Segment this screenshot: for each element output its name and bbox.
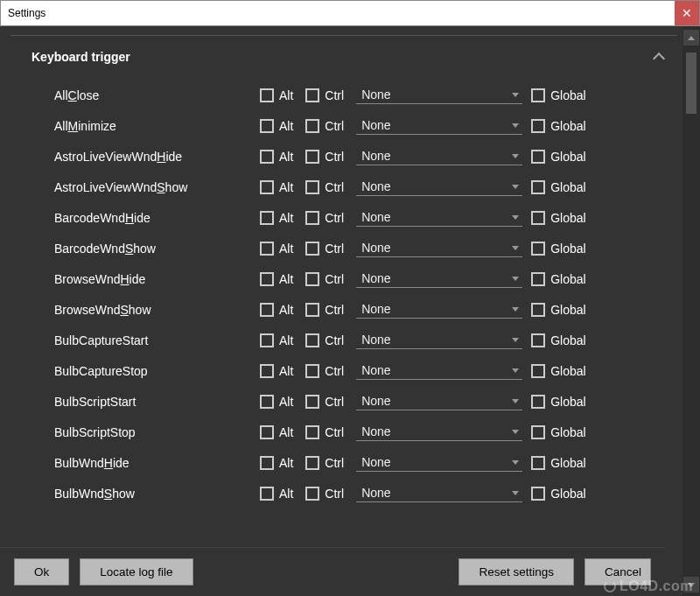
- dropdown-arrow-icon: [512, 123, 519, 128]
- arrow-up-icon: [688, 36, 695, 40]
- content-area: Keyboard trigger AllCloseAltCtrlNoneGlob…: [0, 26, 682, 596]
- dropdown-value: None: [361, 363, 390, 377]
- trigger-scroll-area: AllCloseAltCtrlNoneGlobalAllMinimizeAltC…: [10, 73, 677, 545]
- ctrl-label: Ctrl: [325, 211, 344, 225]
- alt-checkbox[interactable]: [260, 150, 274, 164]
- ok-button[interactable]: Ok: [14, 558, 69, 585]
- trigger-name: BulbScriptStart: [54, 395, 260, 409]
- ctrl-checkbox[interactable]: [305, 303, 319, 317]
- alt-checkbox[interactable]: [260, 333, 274, 347]
- ctrl-check-group: Ctrl: [305, 456, 349, 470]
- ctrl-label: Ctrl: [325, 150, 344, 164]
- alt-checkbox[interactable]: [260, 364, 274, 378]
- global-checkbox[interactable]: [531, 333, 545, 347]
- key-dropdown[interactable]: None: [356, 239, 522, 257]
- global-check-group: Global: [531, 119, 591, 133]
- global-checkbox[interactable]: [531, 88, 545, 102]
- key-dropdown[interactable]: None: [356, 116, 522, 135]
- alt-check-group: Alt: [260, 456, 298, 470]
- ctrl-checkbox[interactable]: [305, 456, 319, 470]
- global-checkbox[interactable]: [531, 395, 545, 409]
- alt-checkbox[interactable]: [260, 456, 274, 470]
- ctrl-label: Ctrl: [325, 425, 344, 439]
- close-button[interactable]: ✕: [675, 1, 699, 25]
- global-checkbox[interactable]: [531, 242, 545, 256]
- trigger-row: AstroLiveViewWndHideAltCtrlNoneGlobal: [54, 141, 668, 172]
- ctrl-checkbox[interactable]: [305, 180, 319, 194]
- key-dropdown[interactable]: None: [356, 484, 522, 502]
- global-check-group: Global: [531, 425, 591, 439]
- key-dropdown[interactable]: None: [356, 361, 522, 380]
- dropdown-value: None: [361, 271, 390, 285]
- global-checkbox[interactable]: [531, 150, 545, 164]
- alt-checkbox[interactable]: [260, 272, 274, 286]
- global-checkbox[interactable]: [531, 272, 545, 286]
- main-panel: Keyboard trigger AllCloseAltCtrlNoneGlob…: [0, 26, 700, 596]
- ctrl-checkbox[interactable]: [305, 395, 319, 409]
- dropdown-arrow-icon: [512, 215, 519, 220]
- global-checkbox[interactable]: [531, 303, 545, 317]
- key-dropdown[interactable]: None: [356, 147, 522, 165]
- alt-label: Alt: [279, 303, 293, 317]
- scroll-down-button[interactable]: [683, 577, 699, 592]
- global-checkbox[interactable]: [531, 425, 545, 439]
- global-label: Global: [550, 303, 585, 317]
- global-checkbox[interactable]: [531, 456, 545, 470]
- key-dropdown[interactable]: None: [356, 300, 522, 319]
- alt-checkbox[interactable]: [260, 211, 274, 225]
- global-checkbox[interactable]: [531, 119, 545, 133]
- ctrl-checkbox[interactable]: [305, 425, 319, 439]
- key-dropdown[interactable]: None: [356, 270, 522, 288]
- cancel-button[interactable]: Cancel: [584, 558, 651, 585]
- scroll-thumb[interactable]: [686, 53, 696, 114]
- ctrl-label: Ctrl: [325, 88, 344, 102]
- alt-label: Alt: [279, 150, 293, 164]
- trigger-name: BulbCaptureStop: [54, 364, 260, 378]
- scroll-up-button[interactable]: [683, 30, 699, 46]
- key-dropdown[interactable]: None: [356, 208, 522, 227]
- key-dropdown[interactable]: None: [356, 392, 522, 410]
- global-checkbox[interactable]: [531, 180, 545, 194]
- ctrl-checkbox[interactable]: [305, 333, 319, 347]
- section-header[interactable]: Keyboard trigger: [10, 41, 677, 73]
- alt-label: Alt: [279, 333, 293, 347]
- ctrl-checkbox[interactable]: [305, 487, 319, 501]
- key-dropdown[interactable]: None: [356, 178, 522, 196]
- alt-checkbox[interactable]: [260, 119, 274, 133]
- alt-checkbox[interactable]: [260, 425, 274, 439]
- scroll-track[interactable]: [685, 47, 697, 575]
- alt-check-group: Alt: [260, 425, 298, 439]
- ctrl-checkbox[interactable]: [305, 150, 319, 164]
- alt-checkbox[interactable]: [260, 180, 274, 194]
- key-dropdown[interactable]: None: [356, 423, 522, 441]
- key-dropdown[interactable]: None: [356, 453, 522, 472]
- alt-label: Alt: [279, 119, 293, 133]
- alt-checkbox[interactable]: [260, 88, 274, 102]
- ctrl-label: Ctrl: [325, 180, 344, 194]
- alt-checkbox[interactable]: [260, 303, 274, 317]
- ctrl-checkbox[interactable]: [305, 242, 319, 256]
- alt-checkbox[interactable]: [260, 395, 274, 409]
- key-dropdown[interactable]: None: [356, 86, 522, 104]
- reset-settings-button[interactable]: Reset settings: [458, 558, 574, 585]
- alt-checkbox[interactable]: [260, 487, 274, 501]
- global-check-group: Global: [531, 211, 591, 225]
- global-checkbox[interactable]: [531, 487, 545, 501]
- ctrl-checkbox[interactable]: [305, 88, 319, 102]
- alt-checkbox[interactable]: [260, 242, 274, 256]
- key-dropdown[interactable]: None: [356, 331, 522, 349]
- trigger-name: BarcodeWndShow: [54, 242, 260, 256]
- alt-label: Alt: [279, 487, 293, 501]
- ctrl-checkbox[interactable]: [305, 211, 319, 225]
- ctrl-checkbox[interactable]: [305, 364, 319, 378]
- global-checkbox[interactable]: [531, 211, 545, 225]
- global-label: Global: [550, 242, 585, 256]
- locate-log-button[interactable]: Locate log file: [80, 558, 192, 585]
- ctrl-checkbox[interactable]: [305, 119, 319, 133]
- footer-bar: Ok Locate log file Reset settings Cancel: [0, 547, 665, 596]
- global-checkbox[interactable]: [531, 364, 545, 378]
- alt-check-group: Alt: [260, 333, 298, 347]
- ctrl-checkbox[interactable]: [305, 272, 319, 286]
- global-check-group: Global: [531, 487, 591, 501]
- trigger-name: BulbScriptStop: [54, 425, 260, 439]
